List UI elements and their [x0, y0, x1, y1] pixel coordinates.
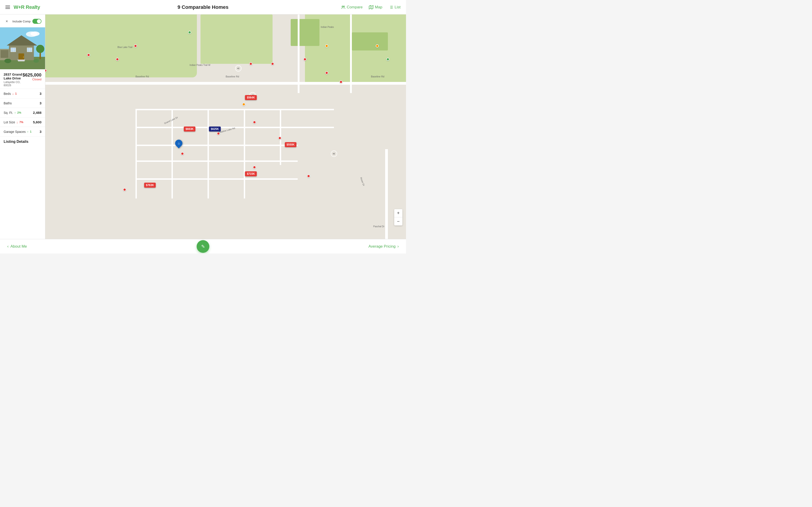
highway-circle-3: 42 — [331, 151, 337, 157]
pin-dot-4[interactable] — [87, 53, 90, 57]
pin-dot-7[interactable] — [303, 58, 307, 61]
road-label-roser: Roser Dr — [360, 177, 365, 186]
property-panel: × Include Comp — [0, 14, 45, 239]
pin-dot-16[interactable] — [181, 152, 184, 155]
forward-nav[interactable]: Average Pricing › — [368, 244, 399, 249]
property-address: 2837 Grand Lake Drive — [4, 72, 23, 80]
forward-label: Average Pricing — [368, 244, 396, 249]
panel-header: × Include Comp — [0, 14, 45, 27]
nav-map[interactable]: Map — [369, 5, 382, 9]
property-price: $625,000 — [23, 72, 42, 78]
highway-circle-1: 42 — [235, 65, 242, 71]
pin-dot-8[interactable] — [325, 71, 328, 74]
pin-dot-13[interactable] — [253, 121, 256, 124]
price-tag-625k[interactable]: $625K — [209, 126, 221, 131]
property-status: Closed — [23, 78, 42, 81]
pin-dot-12[interactable] — [386, 58, 390, 61]
svg-point-32 — [36, 45, 44, 53]
svg-rect-28 — [18, 60, 25, 61]
stat-beds-label: Beds ↓ 1 — [4, 92, 17, 96]
svg-marker-2 — [369, 5, 373, 9]
pin-dot-9[interactable] — [339, 80, 343, 83]
pin-dot-1[interactable] — [188, 31, 191, 34]
include-comp-label: Include Comp — [12, 20, 31, 23]
pin-dot-6[interactable] — [271, 62, 274, 65]
nav-compare[interactable]: Compare — [341, 5, 363, 9]
price-tag-550k[interactable]: $550K — [285, 142, 296, 147]
pin-dot-14[interactable] — [278, 136, 282, 139]
lotsize-value: 5,600 — [33, 120, 42, 124]
beds-value: 3 — [40, 92, 42, 96]
back-nav[interactable]: ‹ About Me — [7, 244, 27, 249]
pin-dot-3[interactable] — [116, 58, 119, 61]
lake-area-1 — [291, 19, 319, 46]
stat-baths: Baths 3 — [0, 99, 45, 108]
pin-dot-11[interactable] — [376, 44, 379, 48]
stat-lotsize-label: Lot Size ↓ 7% — [4, 120, 23, 124]
zoom-controls: + − — [394, 209, 402, 225]
home-pin[interactable]: ⌂ — [175, 139, 183, 147]
road-grid-v1 — [136, 109, 137, 199]
property-info: 2837 Grand Lake Drive Lafayette CO, 8002… — [0, 69, 45, 89]
pin-dot-10[interactable] — [325, 44, 328, 48]
stat-beds: Beds ↓ 1 3 — [0, 89, 45, 99]
garage-arrow-up: ↑ — [27, 130, 29, 133]
pin-dot-20[interactable] — [242, 103, 245, 106]
svg-point-0 — [342, 6, 343, 7]
map-area[interactable]: Baseline Rd Baseline Rd Baseline Rd Blue… — [45, 14, 406, 239]
compare-label: Compare — [347, 5, 363, 9]
svg-point-13 — [31, 32, 40, 36]
sqft-arrow-up: ↑ — [14, 111, 16, 115]
back-chevron-icon: ‹ — [7, 244, 9, 249]
property-header-row: 2837 Grand Lake Drive Lafayette CO, 8002… — [4, 72, 42, 87]
sqft-value: 2,488 — [33, 111, 42, 115]
map-label: Map — [375, 5, 382, 9]
property-price-block: $625,000 Closed — [23, 72, 42, 81]
road-grid-v4 — [244, 109, 245, 199]
price-tag-763k[interactable]: $763K — [144, 183, 156, 188]
price-tag-715k[interactable]: $715K — [245, 171, 257, 176]
pin-dot-19[interactable] — [123, 188, 126, 191]
road-label-indianpeaks: Indian Peaks Trail W — [190, 64, 210, 66]
pin-dot-18[interactable] — [307, 174, 310, 178]
zoom-in-button[interactable]: + — [394, 209, 402, 217]
price-tag-564k[interactable]: $564K — [245, 95, 257, 100]
nav-list[interactable]: List — [389, 5, 401, 9]
toggle-switch[interactable] — [33, 19, 42, 24]
close-button[interactable]: × — [4, 18, 10, 24]
park-area-topcenter — [201, 14, 272, 64]
header-left: W+R Realty — [5, 4, 40, 10]
forward-chevron-icon: › — [397, 244, 399, 249]
garage-badge: 1 — [30, 130, 32, 133]
list-icon — [389, 5, 393, 9]
pin-dot-15[interactable] — [217, 132, 220, 135]
pin-dot-2[interactable] — [134, 44, 137, 48]
map-background: Baseline Rd Baseline Rd Baseline Rd Blue… — [45, 14, 406, 239]
fab-icon: ✎ — [201, 244, 205, 249]
stat-garage: Garage Spaces ↑ 1 3 — [0, 127, 45, 136]
road-roser-dr — [385, 149, 388, 239]
svg-point-30 — [34, 59, 39, 63]
road-label-baseline-right: Baseline Rd — [226, 75, 239, 78]
zoom-out-button[interactable]: − — [394, 217, 402, 225]
back-label: About Me — [10, 244, 27, 249]
price-tag-663k[interactable]: $663K — [184, 126, 195, 131]
beds-badge: 1 — [15, 92, 17, 95]
pin-dot-17[interactable] — [253, 166, 256, 169]
include-comp-toggle: Include Comp — [12, 19, 42, 24]
logo: W+R Realty — [14, 4, 40, 10]
menu-button[interactable] — [5, 6, 10, 9]
pin-dot-5[interactable] — [249, 62, 252, 65]
map-icon — [369, 5, 373, 9]
sqft-badge: 2% — [17, 111, 21, 114]
svg-point-1 — [343, 6, 344, 7]
property-image — [0, 27, 45, 69]
road-grid-h4 — [136, 161, 298, 162]
road-grid-h5 — [136, 178, 298, 180]
road-label-indianpeaks-text: Indian Peaks — [321, 26, 334, 28]
page-title: 9 Comparable Homes — [177, 4, 229, 10]
pin-dot-21[interactable] — [45, 69, 47, 72]
fab-button[interactable]: ✎ — [197, 240, 209, 253]
lake-area-2 — [352, 33, 388, 50]
road-grid-h3 — [136, 145, 298, 146]
